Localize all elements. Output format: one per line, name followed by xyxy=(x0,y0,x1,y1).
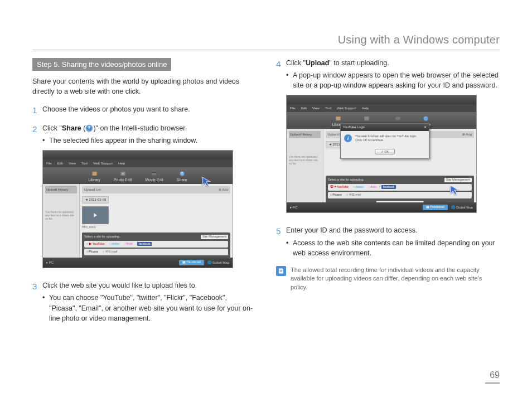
step-number: 5 xyxy=(276,225,286,259)
video-thumbnail xyxy=(82,206,109,224)
tab-movie: Movie Edit xyxy=(145,171,163,183)
pointer-arrow-icon xyxy=(448,183,461,196)
step-number: 2 xyxy=(32,123,42,274)
svg-rect-10 xyxy=(395,117,400,120)
step-2: 2 Click "Share ()" on the Intelli-studio… xyxy=(32,123,256,274)
svg-rect-6 xyxy=(152,172,156,173)
sub-bullet: Access to the web site contents can be l… xyxy=(286,238,500,258)
note-block: The allowed total recording time for ind… xyxy=(276,266,500,292)
step-number: 1 xyxy=(32,104,42,117)
text-fragment: Click " xyxy=(42,124,62,132)
svg-point-4 xyxy=(122,173,124,175)
tab-library: Library xyxy=(88,171,100,183)
text-fragment: Click " xyxy=(286,59,306,67)
login-dialog: YouTube Login✕ i The web browser will op… xyxy=(340,123,429,159)
bold-word: Share xyxy=(62,124,81,132)
sub-bullet: The selected files appear in the sharing… xyxy=(42,135,256,146)
page-header-title: Using with a Windows computer xyxy=(32,33,500,46)
step-5: 5 Enter your ID and the password to acce… xyxy=(276,225,500,259)
text-fragment: ( xyxy=(81,124,86,132)
screenshot-share-window: FileEditViewToolWeb SupportHelp Library … xyxy=(42,150,233,268)
svg-point-11 xyxy=(423,117,428,121)
left-column: Step 5. Sharing the videos/photos online… xyxy=(32,58,256,331)
header-rule xyxy=(32,50,500,50)
page-number: 69 xyxy=(490,370,500,380)
step-text: Click "Upload" to start uploading. xyxy=(286,59,389,67)
svg-rect-9 xyxy=(364,117,369,120)
page-number-rule xyxy=(485,382,500,384)
step-text: Click the web site you would like to upl… xyxy=(42,282,197,289)
intro-text: Share your contents with the world by up… xyxy=(32,76,256,96)
note-icon xyxy=(276,266,286,276)
step-banner: Step 5. Sharing the videos/photos online xyxy=(32,58,171,71)
step-4: 4 Click "Upload" to start uploading. A p… xyxy=(276,58,500,219)
text-fragment: " to start uploading. xyxy=(329,59,389,67)
bold-word: Upload xyxy=(306,59,329,67)
ok-button: ✓ OK xyxy=(375,149,395,154)
sub-bullet: You can choose "YouTube", "twitter", "Fl… xyxy=(42,293,256,323)
step-1: 1 Choose the videos or photos you want t… xyxy=(32,104,256,117)
svg-rect-2 xyxy=(92,172,96,176)
right-column: 4 Click "Upload" to start uploading. A p… xyxy=(276,58,500,331)
close-icon: ✕ xyxy=(424,125,427,130)
step-number: 3 xyxy=(32,280,42,324)
tab-photo: Photo Edit xyxy=(114,171,132,183)
sub-bullet: A pop-up window appears to open the web … xyxy=(286,70,500,90)
share-icon xyxy=(85,124,93,132)
step-number: 4 xyxy=(276,58,286,219)
svg-rect-8 xyxy=(336,117,340,120)
pointer-arrow-icon xyxy=(200,175,212,187)
step-text: Choose the videos or photos you want to … xyxy=(42,105,190,113)
note-text: The allowed total recording time for ind… xyxy=(291,266,500,292)
screenshot-login-dialog: FileEditViewToolWeb SupportHelp Library … xyxy=(286,95,477,213)
text-fragment: )" on the Intelli-studio browser. xyxy=(93,124,187,132)
step-3: 3 Click the web site you would like to u… xyxy=(32,280,256,324)
info-icon: i xyxy=(344,134,352,142)
step-text: Click "Share ()" on the Intelli-studio b… xyxy=(42,124,187,132)
step-text: Enter your ID and the password to access… xyxy=(286,226,418,234)
tab-share: Share xyxy=(177,171,187,183)
